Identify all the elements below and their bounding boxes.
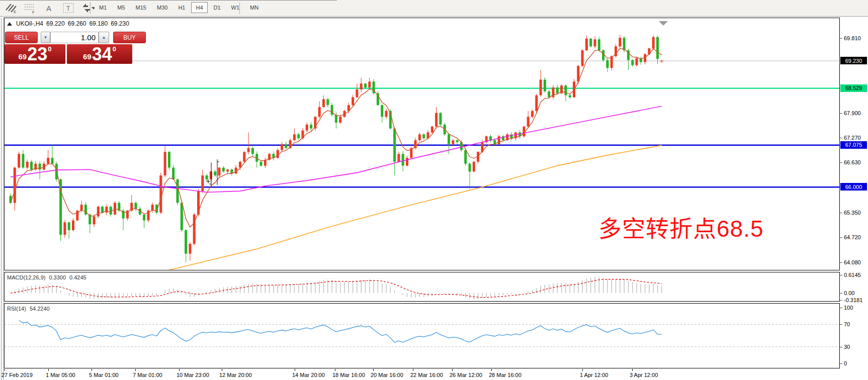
timeframe-button-m1[interactable]: M1 xyxy=(95,2,111,13)
timeframe-button-m15[interactable]: M15 xyxy=(131,2,151,13)
text-tool-icon[interactable]: A xyxy=(42,2,56,15)
macd-axis-label: 0.6145 xyxy=(844,272,861,278)
price-level-badge: 67.075 xyxy=(840,141,867,149)
time-axis-label: 26 Mar 12:00 xyxy=(450,372,482,378)
arrows-tool-icon[interactable] xyxy=(80,2,95,15)
time-tick-mark xyxy=(92,369,92,371)
price-tick-label: 66.630 xyxy=(844,159,861,165)
rsi-indicator-panel: RSI(14) 54.2240 xyxy=(4,303,840,368)
svg-text:F: F xyxy=(32,10,35,14)
macd-label: MACD(12,26,9) 0.3300 0.4245 xyxy=(7,274,86,280)
sell-price-big-figure: 69 xyxy=(19,52,27,61)
time-axis-label: 1 Apr 12:00 xyxy=(580,372,608,378)
time-axis-label: 28 Mar 16:00 xyxy=(489,372,522,378)
timeframe-button-mn[interactable]: MN xyxy=(245,2,263,13)
buy-price-pips: 34 xyxy=(92,46,112,62)
buy-button[interactable]: BUY xyxy=(113,32,146,43)
rsi-axis-label: 100 xyxy=(844,305,853,311)
ohlc-open: 69.220 xyxy=(46,20,65,27)
rsi-axis-label: 70 xyxy=(844,321,850,327)
macd-axis-label: 0.00 xyxy=(844,290,854,296)
price-level-badge: 69.230 xyxy=(840,57,867,64)
time-axis-label: 20 Mar 16:00 xyxy=(371,372,403,378)
fibonacci-tool-icon[interactable]: F xyxy=(23,2,37,15)
timeframe-button-h1[interactable]: H1 xyxy=(173,2,190,13)
rsi-tick-mark xyxy=(840,308,842,308)
rsi-axis-label: 30 xyxy=(844,344,850,350)
time-axis-label: 10 Mar 23:00 xyxy=(177,372,209,378)
svg-text:E: E xyxy=(14,10,16,14)
rsi-chart[interactable] xyxy=(5,304,839,368)
trading-terminal-window: EFAT M1M5M15M30H1H4D1W1MN UKOil-,H4 69.2… xyxy=(0,0,868,380)
one-click-trading-panel: SELL ▼ ▲ BUY 69 23 0 69 34 0 xyxy=(5,29,155,83)
buy-price-pipette: 0 xyxy=(113,45,116,53)
sell-button[interactable]: SELL xyxy=(5,32,38,43)
text-label-tool-icon[interactable]: T xyxy=(61,2,75,15)
price-tick-mark xyxy=(840,213,842,213)
ohlc-high: 69.260 xyxy=(68,20,86,27)
buy-quote-button[interactable]: 69 34 0 xyxy=(67,44,132,64)
time-tick-mark xyxy=(335,369,335,371)
rsi-label: RSI(14) 54.2240 xyxy=(7,306,50,312)
ohlc-close: 69.230 xyxy=(111,20,129,27)
chart-header: UKOil-,H4 69.220 69.260 69.180 69.230 xyxy=(7,20,129,27)
macd-value-main: 0.3300 xyxy=(49,274,66,280)
time-tick-mark xyxy=(4,369,5,371)
timeframe-button-m5[interactable]: M5 xyxy=(113,2,129,13)
price-tick-mark xyxy=(840,237,842,238)
time-tick-mark xyxy=(582,369,583,371)
price-level-badge: 68.529 xyxy=(840,84,867,92)
macd-indicator-panel: MACD(12,26,9) 0.3300 0.4245 xyxy=(4,272,840,302)
time-axis-label: 27 Feb 2019 xyxy=(2,372,33,378)
time-tick-mark xyxy=(491,369,492,371)
price-tick-mark xyxy=(840,138,842,138)
time-axis-label: 7 Mar 01:00 xyxy=(133,372,162,378)
toolbar-drag-handle[interactable] xyxy=(90,3,91,14)
price-tick-mark xyxy=(840,113,842,114)
time-axis-label: 14 Mar 20:00 xyxy=(292,372,325,378)
time-axis-label: 3 Apr 12:00 xyxy=(630,372,658,378)
time-axis-label: 18 Mar 16:00 xyxy=(332,372,365,378)
macd-tick-mark xyxy=(840,275,842,275)
timeframe-button-d1[interactable]: D1 xyxy=(209,2,225,13)
price-level-badge: 66.000 xyxy=(840,183,867,191)
price-axis[interactable]: 69.81067.90067.27066.63065.35064.72064.0… xyxy=(840,0,868,380)
volume-input[interactable] xyxy=(50,32,99,43)
time-tick-mark xyxy=(135,369,136,371)
svg-text:T: T xyxy=(66,5,70,12)
volume-increase-button[interactable]: ▲ xyxy=(99,32,109,43)
svg-text:A: A xyxy=(46,4,51,13)
rsi-axis-label: 0 xyxy=(844,360,847,366)
price-tick-label: 65.350 xyxy=(844,210,861,216)
symbol-expand-icon[interactable] xyxy=(7,22,12,26)
time-tick-mark xyxy=(295,369,295,371)
timeframe-button-m30[interactable]: M30 xyxy=(152,2,172,13)
price-tick-mark xyxy=(840,162,842,163)
rsi-tick-mark xyxy=(840,324,842,325)
price-tick-label: 67.900 xyxy=(844,110,861,116)
rsi-title: RSI(14) xyxy=(7,306,26,312)
macd-value-signal: 0.4245 xyxy=(69,274,86,280)
timeframe-button-h4[interactable]: H4 xyxy=(191,2,207,13)
time-axis-label: 1 Mar 05:00 xyxy=(46,372,75,378)
macd-chart[interactable] xyxy=(5,272,839,301)
price-tick-label: 67.270 xyxy=(844,135,861,141)
window-edge-line xyxy=(3,18,4,380)
sell-price-pipette: 0 xyxy=(48,45,51,53)
price-tick-mark xyxy=(840,262,842,263)
timeframe-button-w1[interactable]: W1 xyxy=(227,2,244,13)
macd-title: MACD(12,26,9) xyxy=(7,274,45,280)
sell-price-pips: 23 xyxy=(27,46,47,62)
chart-annotation-text: 多空转折点68.5 xyxy=(598,217,764,240)
time-axis-label: 5 Mar 01:00 xyxy=(89,372,119,378)
time-tick-mark xyxy=(452,369,453,371)
price-tick-mark xyxy=(840,38,842,39)
pattern-tool-icon[interactable]: E xyxy=(4,2,18,15)
time-axis[interactable]: 27 Feb 20191 Mar 05:005 Mar 01:007 Mar 0… xyxy=(0,369,868,380)
price-tick-label: 64.080 xyxy=(844,259,861,265)
chart-shift-marker-icon[interactable] xyxy=(659,21,668,26)
sell-quote-button[interactable]: 69 23 0 xyxy=(5,44,65,64)
volume-decrease-button[interactable]: ▼ xyxy=(41,32,50,43)
rsi-value: 54.2240 xyxy=(30,306,50,312)
macd-tick-mark xyxy=(840,293,842,294)
